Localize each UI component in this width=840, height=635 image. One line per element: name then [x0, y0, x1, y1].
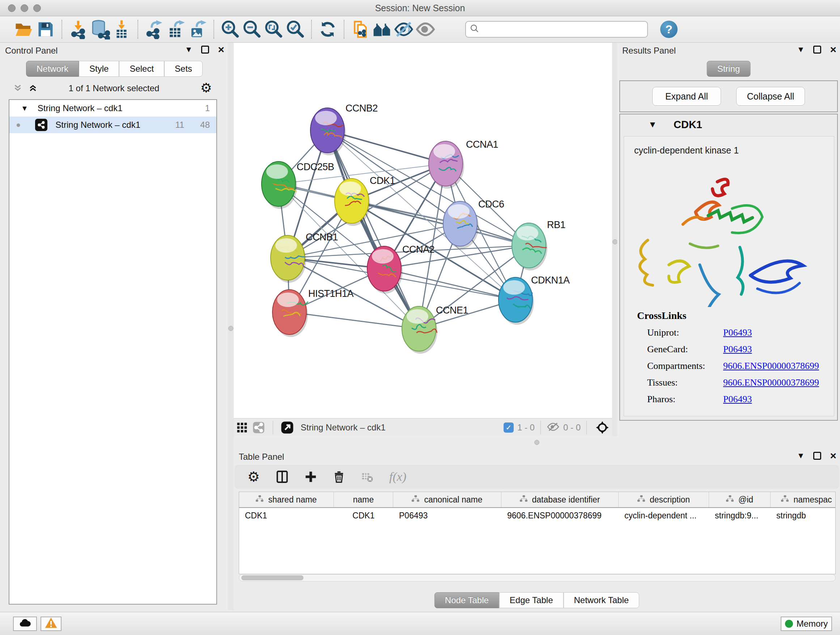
column-header-@id[interactable]: @id: [709, 492, 771, 507]
network-row[interactable]: ● String Network – cdk1 11 48: [9, 117, 216, 133]
column-header-description[interactable]: description: [619, 492, 709, 507]
network-canvas[interactable]: CCNB2CCNA1CDC25BCDK1CDC6RB1CCNB1CCNA2CDK…: [234, 43, 612, 418]
panel-menu-icon[interactable]: ▼: [185, 45, 193, 54]
cloud-status-button[interactable]: [13, 616, 37, 631]
memory-button[interactable]: Memory: [781, 616, 832, 631]
control-panel-header: Control Panel ▼ ×: [0, 43, 228, 58]
apply-style-refresh-button[interactable]: [317, 19, 339, 40]
warnings-button[interactable]: [41, 616, 62, 631]
tab-style[interactable]: Style: [79, 61, 119, 77]
table-cell[interactable]: cyclin-dependent ...: [619, 508, 709, 523]
collection-expand-icon[interactable]: ▼: [21, 104, 28, 112]
horizontal-splitter-handle[interactable]: [534, 440, 539, 445]
crosslink-link[interactable]: P06493: [723, 327, 752, 338]
tab-select[interactable]: Select: [119, 61, 164, 77]
left-splitter[interactable]: [228, 43, 234, 610]
node-CDC6[interactable]: CDC6: [443, 199, 504, 249]
delete-table-icon[interactable]: [361, 470, 373, 483]
fit-content-button[interactable]: [592, 417, 612, 439]
zoom-in-button[interactable]: [219, 19, 241, 40]
selected-nodes-checkbox[interactable]: ✓: [504, 423, 514, 432]
table-cell[interactable]: 9606.ENSP00000378699: [501, 508, 619, 523]
column-header-namespac[interactable]: namespac: [771, 492, 836, 507]
node-CDK1[interactable]: CDK1: [335, 175, 395, 226]
table-cell[interactable]: stringdb:9...: [709, 508, 771, 523]
detach-view-button[interactable]: [279, 417, 295, 439]
zoom-out-button[interactable]: [241, 19, 263, 40]
node-CCNB1[interactable]: CCNB1: [271, 232, 338, 283]
tab-string[interactable]: String: [707, 61, 751, 77]
tab-sets[interactable]: Sets: [164, 61, 202, 77]
entry-expand-icon[interactable]: ▼: [648, 119, 657, 130]
open-session-button[interactable]: [13, 19, 35, 40]
show-columns-icon[interactable]: [276, 470, 289, 483]
edge-HIST1H1A-CCNE1[interactable]: [289, 312, 419, 329]
tab-network-table[interactable]: Network Table: [564, 592, 639, 608]
close-panel-icon[interactable]: ×: [830, 452, 836, 460]
float-panel-icon[interactable]: [813, 46, 821, 54]
expand-all-button[interactable]: Expand All: [652, 87, 721, 106]
column-header-name[interactable]: name: [334, 492, 393, 507]
node-CDC25B[interactable]: CDC25B: [262, 162, 334, 209]
node-CCNB2[interactable]: CCNB2: [310, 103, 378, 155]
create-column-icon[interactable]: [305, 470, 317, 483]
close-panel-icon[interactable]: ×: [830, 46, 836, 54]
column-header-shared-name[interactable]: shared name: [239, 492, 334, 507]
tab-edge-table[interactable]: Edge Table: [499, 592, 564, 608]
zoom-fit-button[interactable]: [263, 19, 284, 40]
node-HIST1H1A[interactable]: HIST1H1A: [272, 288, 354, 337]
panel-menu-icon[interactable]: ▼: [797, 45, 805, 54]
node-RB1[interactable]: RB1: [512, 219, 565, 271]
scrollbar-thumb[interactable]: [241, 575, 303, 580]
save-floppy-icon: [36, 20, 55, 39]
search-input[interactable]: [483, 24, 644, 35]
crosslink-link[interactable]: P06493: [723, 344, 752, 355]
node-CDKN1A[interactable]: CDKN1A: [499, 275, 570, 325]
float-panel-icon[interactable]: [201, 46, 209, 54]
node-CCNA2[interactable]: CCNA2: [367, 244, 434, 294]
float-panel-icon[interactable]: [813, 452, 821, 460]
horizontal-splitter[interactable]: [234, 436, 840, 449]
first-neighbors-button[interactable]: [371, 19, 393, 40]
table-cell[interactable]: P06493: [393, 508, 501, 523]
right-splitter-handle[interactable]: [613, 239, 617, 244]
crosslink-link[interactable]: 9606.ENSP00000378699: [723, 377, 819, 388]
network-view-share-button[interactable]: [250, 417, 267, 439]
table-horizontal-scrollbar[interactable]: [239, 574, 836, 581]
show-all-button[interactable]: [415, 19, 436, 40]
table-panel-title: Table Panel: [239, 452, 284, 462]
hide-selected-button[interactable]: [393, 19, 415, 40]
close-panel-icon[interactable]: ×: [218, 46, 224, 54]
tab-network[interactable]: Network: [26, 61, 79, 77]
node-CCNE1[interactable]: CCNE1: [402, 305, 468, 354]
collapse-all-button[interactable]: Collapse All: [736, 87, 805, 106]
import-table-from-file-button[interactable]: [111, 19, 133, 40]
left-splitter-handle[interactable]: [228, 326, 233, 331]
entry-header[interactable]: ▼ CDK1: [620, 114, 837, 135]
column-header-canonical-name[interactable]: canonical name: [393, 492, 501, 507]
table-cell[interactable]: CDK1: [334, 508, 393, 523]
import-network-from-file-button[interactable]: [67, 19, 89, 40]
export-image-button[interactable]: [187, 19, 208, 40]
function-builder-icon[interactable]: f(x): [389, 470, 406, 484]
help-button[interactable]: ?: [660, 21, 677, 38]
table-row[interactable]: CDK1CDK1P064939606.ENSP00000378699cyclin…: [239, 508, 835, 523]
delete-column-trash-icon[interactable]: [333, 470, 345, 483]
tab-node-table[interactable]: Node Table: [434, 592, 499, 608]
panel-menu-icon[interactable]: ▼: [797, 451, 805, 461]
network-collection-row[interactable]: ▼ String Network – cdk1 1: [9, 100, 216, 117]
table-cell[interactable]: stringdb: [771, 508, 836, 523]
import-network-from-database-button[interactable]: [89, 19, 111, 40]
clone-network-button[interactable]: [349, 19, 371, 40]
zoom-selected-button[interactable]: [284, 19, 306, 40]
save-session-button[interactable]: [35, 19, 57, 40]
export-table-button[interactable]: [165, 19, 187, 40]
table-options-gear-icon[interactable]: ⚙: [248, 469, 260, 485]
column-header-database-identifier[interactable]: database identifier: [501, 492, 619, 507]
network-options-gear-icon[interactable]: ⚙: [201, 80, 212, 96]
birdseye-grid-button[interactable]: [234, 417, 250, 439]
table-cell[interactable]: CDK1: [239, 508, 334, 523]
export-network-button[interactable]: [143, 19, 165, 40]
crosslink-link[interactable]: P06493: [723, 394, 752, 405]
crosslink-link[interactable]: 9606.ENSP00000378699: [723, 361, 819, 371]
